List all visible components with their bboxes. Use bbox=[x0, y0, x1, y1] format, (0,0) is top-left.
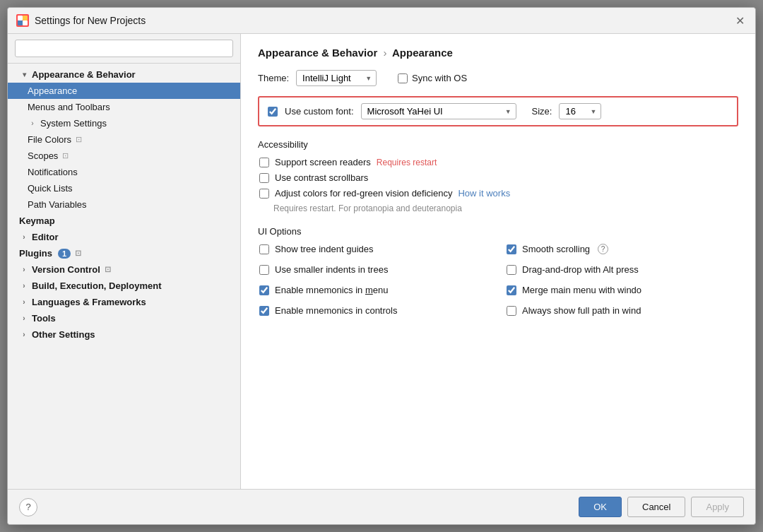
title-bar: Settings for New Projects ✕ bbox=[8, 8, 755, 34]
enable-mnemonics-menu-checkbox[interactable] bbox=[259, 285, 269, 295]
sidebar-item-languages-frameworks[interactable]: › Languages & Frameworks bbox=[8, 294, 240, 310]
content-area: Appearance & Behavior › Appearance Theme… bbox=[241, 34, 755, 489]
sidebar-item-notifications[interactable]: Notifications bbox=[8, 164, 240, 180]
sidebar-item-label: Keymap bbox=[19, 215, 55, 226]
sidebar-item-version-control[interactable]: › Version Control ⊡ bbox=[8, 261, 240, 278]
merge-main-menu-checkbox[interactable] bbox=[507, 285, 516, 295]
chevron-icon: › bbox=[19, 298, 29, 306]
dialog-title: Settings for New Projects bbox=[35, 15, 146, 26]
drag-drop-row: Drag-and-drop with Alt press bbox=[505, 264, 738, 275]
sidebar-item-appearance[interactable]: Appearance bbox=[8, 83, 240, 99]
drag-drop-label: Drag-and-drop with Alt press bbox=[522, 264, 639, 275]
ui-options-title: UI Options bbox=[258, 226, 738, 237]
sidebar-item-tools[interactable]: › Tools bbox=[8, 310, 240, 326]
sidebar-item-appearance-behavior[interactable]: ▾ Appearance & Behavior bbox=[8, 66, 240, 83]
sidebar-item-plugins[interactable]: Plugins 1 ⊡ bbox=[8, 245, 240, 261]
custom-font-label: Use custom font: bbox=[285, 106, 354, 117]
adjust-colors-checkbox[interactable] bbox=[259, 189, 269, 199]
sidebar-item-label: Appearance & Behavior bbox=[32, 69, 136, 80]
size-label: Size: bbox=[532, 106, 552, 117]
breadcrumb: Appearance & Behavior › Appearance bbox=[258, 47, 738, 59]
breadcrumb-parent: Appearance & Behavior bbox=[258, 47, 377, 59]
sidebar-item-menus-toolbars[interactable]: Menus and Toolbars bbox=[8, 99, 240, 115]
merge-main-menu-label: Merge main menu with windo bbox=[522, 285, 641, 295]
sidebar-item-label: Path Variables bbox=[28, 199, 87, 210]
chevron-icon: › bbox=[19, 233, 29, 241]
close-button[interactable]: ✕ bbox=[733, 13, 747, 28]
sidebar-item-label: Scopes bbox=[28, 150, 58, 161]
sidebar-item-label: Notifications bbox=[28, 167, 78, 177]
theme-select-wrap: IntelliJ Light Darcula High Contrast bbox=[296, 70, 377, 86]
sidebar-item-quick-lists[interactable]: Quick Lists bbox=[8, 180, 240, 196]
always-show-path-row: Always show full path in wind bbox=[505, 305, 738, 316]
sidebar-item-system-settings[interactable]: › System Settings bbox=[8, 115, 240, 131]
sidebar-item-label: File Colors bbox=[28, 134, 71, 145]
sidebar-item-path-variables[interactable]: Path Variables bbox=[8, 196, 240, 213]
how-it-works-link[interactable]: How it works bbox=[458, 188, 510, 199]
enable-mnemonics-menu-row: Enable mnemonics in menu bbox=[258, 285, 491, 295]
footer-left: ? bbox=[19, 498, 579, 516]
sidebar-item-label: System Settings bbox=[40, 118, 107, 129]
smaller-indents-row: Use smaller indents in trees bbox=[258, 264, 491, 275]
smaller-indents-label: Use smaller indents in trees bbox=[275, 264, 388, 275]
smooth-scrolling-label: Smooth scrolling bbox=[522, 244, 590, 254]
theme-select[interactable]: IntelliJ Light Darcula High Contrast bbox=[296, 70, 377, 86]
sync-os-label: Sync with OS bbox=[412, 73, 467, 83]
svg-rect-4 bbox=[18, 20, 23, 25]
svg-rect-2 bbox=[23, 20, 28, 25]
smooth-scrolling-row: Smooth scrolling ? bbox=[505, 244, 738, 254]
enable-mnemonics-controls-row: Enable mnemonics in controls bbox=[258, 305, 491, 316]
chevron-icon: › bbox=[19, 314, 29, 322]
sidebar-item-keymap[interactable]: Keymap bbox=[8, 213, 240, 229]
file-icon: ⊡ bbox=[105, 265, 111, 274]
support-screen-readers-checkbox[interactable] bbox=[259, 158, 269, 167]
sidebar-item-label: Editor bbox=[32, 232, 59, 242]
search-input[interactable] bbox=[15, 40, 233, 57]
app-icon bbox=[16, 14, 29, 27]
sidebar-item-label: Other Settings bbox=[32, 329, 95, 340]
sync-os-checkbox[interactable] bbox=[398, 73, 408, 83]
footer-right: OK Cancel Apply bbox=[579, 497, 744, 517]
enable-mnemonics-controls-label: Enable mnemonics in controls bbox=[275, 305, 397, 316]
sidebar-item-scopes[interactable]: Scopes ⊡ bbox=[8, 148, 240, 164]
smooth-scrolling-checkbox[interactable] bbox=[507, 244, 516, 254]
file-icon: ⊡ bbox=[75, 249, 81, 258]
cancel-button[interactable]: Cancel bbox=[627, 497, 685, 517]
help-button[interactable]: ? bbox=[19, 498, 37, 516]
sidebar-item-label: Plugins bbox=[19, 248, 52, 259]
breadcrumb-child: Appearance bbox=[392, 47, 453, 59]
search-box bbox=[8, 34, 240, 64]
adjust-colors-row: Adjust colors for red-green vision defic… bbox=[258, 188, 738, 199]
dialog-footer: ? OK Cancel Apply bbox=[8, 489, 755, 524]
sidebar-item-editor[interactable]: › Editor bbox=[8, 229, 240, 245]
size-select[interactable]: 16 10 11 12 13 14 18 20 bbox=[559, 103, 601, 119]
sidebar-item-build-exec-deploy[interactable]: › Build, Execution, Deployment bbox=[8, 278, 240, 294]
custom-font-box: Use custom font: Microsoft YaHei UI Aria… bbox=[258, 96, 738, 126]
always-show-path-checkbox[interactable] bbox=[507, 306, 516, 316]
sidebar-item-label: Menus and Toolbars bbox=[28, 102, 110, 112]
always-show-path-label: Always show full path in wind bbox=[522, 305, 641, 316]
breadcrumb-separator: › bbox=[383, 47, 386, 59]
accessibility-section: Accessibility Support screen readers Req… bbox=[258, 139, 738, 213]
sidebar-item-label: Appearance bbox=[28, 85, 77, 96]
chevron-icon: › bbox=[19, 266, 29, 273]
sidebar-item-file-colors[interactable]: File Colors ⊡ bbox=[8, 131, 240, 148]
contrast-scrollbars-checkbox[interactable] bbox=[259, 173, 269, 183]
show-tree-indent-row: Show tree indent guides bbox=[258, 244, 491, 254]
enable-mnemonics-controls-checkbox[interactable] bbox=[259, 306, 269, 316]
apply-button[interactable]: Apply bbox=[691, 497, 744, 517]
drag-drop-checkbox[interactable] bbox=[507, 265, 516, 275]
ok-button[interactable]: OK bbox=[579, 497, 622, 517]
sidebar-item-other-settings[interactable]: › Other Settings bbox=[8, 326, 240, 343]
adjust-colors-note: Requires restart. For protanopia and deu… bbox=[258, 203, 738, 213]
smaller-indents-checkbox[interactable] bbox=[259, 265, 269, 275]
sidebar-item-label: Quick Lists bbox=[28, 183, 73, 194]
ui-options-section: UI Options Show tree indent guides Smoot… bbox=[258, 226, 738, 321]
font-select[interactable]: Microsoft YaHei UI Arial Segoe UI Consol… bbox=[361, 103, 516, 119]
sidebar: ▾ Appearance & Behavior Appearance Menus… bbox=[8, 34, 241, 489]
show-tree-indent-checkbox[interactable] bbox=[259, 244, 269, 254]
custom-font-checkbox[interactable] bbox=[268, 107, 278, 117]
chevron-icon: › bbox=[19, 331, 29, 338]
chevron-icon: › bbox=[19, 282, 29, 290]
help-icon: ? bbox=[598, 244, 608, 254]
